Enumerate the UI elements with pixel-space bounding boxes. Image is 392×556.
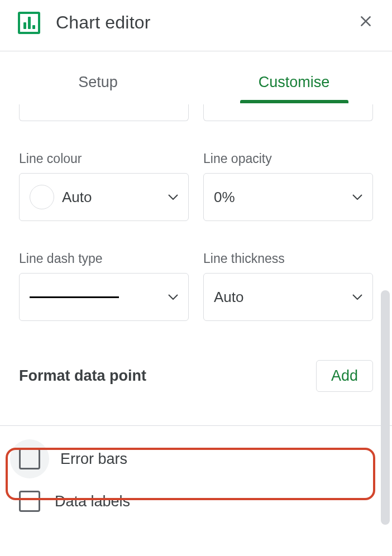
error-bars-label: Error bars <box>60 450 127 468</box>
data-labels-row[interactable]: Data labels <box>19 485 373 517</box>
panel-header: Chart editor <box>0 0 392 51</box>
line-dash-type-select[interactable] <box>19 273 189 321</box>
error-bars-row[interactable]: Error bars <box>19 443 373 475</box>
panel-title: Chart editor <box>56 12 151 33</box>
chart-icon <box>18 12 40 34</box>
partial-previous-row <box>19 104 373 121</box>
chevron-down-icon <box>352 194 362 200</box>
format-data-point-label: Format data point <box>19 367 146 385</box>
format-data-point-row: Format data point Add <box>19 360 373 392</box>
partial-field-left[interactable] <box>19 104 189 121</box>
line-colour-label: Line colour <box>19 151 189 166</box>
partial-field-right[interactable] <box>203 104 373 121</box>
chevron-down-icon <box>352 294 362 300</box>
line-opacity-label: Line opacity <box>203 151 373 166</box>
error-bars-checkbox[interactable] <box>19 448 40 469</box>
colour-swatch-auto <box>30 185 54 209</box>
chevron-down-icon <box>168 194 178 200</box>
data-labels-label: Data labels <box>55 493 130 510</box>
line-opacity-value: 0% <box>214 189 235 206</box>
customise-panel-body: Line colour Auto Line opacity 0% Line da… <box>0 104 392 517</box>
checkbox-focus-halo <box>10 439 49 478</box>
line-opacity-select[interactable]: 0% <box>203 173 373 221</box>
line-colour-value: Auto <box>62 189 92 206</box>
tabs: Setup Customise <box>0 65 392 102</box>
line-colour-select[interactable]: Auto <box>19 173 189 221</box>
scrollbar-thumb[interactable] <box>381 290 390 525</box>
line-dash-type-field: Line dash type <box>19 251 189 321</box>
header-divider <box>0 51 392 51</box>
tab-customise[interactable]: Customise <box>196 65 392 102</box>
add-button[interactable]: Add <box>316 360 373 392</box>
line-colour-field: Line colour Auto <box>19 151 189 221</box>
chevron-down-icon <box>168 294 178 300</box>
line-thickness-label: Line thickness <box>203 251 373 266</box>
line-thickness-value: Auto <box>214 289 244 306</box>
line-thickness-field: Line thickness Auto <box>203 251 373 321</box>
line-thickness-select[interactable]: Auto <box>203 273 373 321</box>
dash-solid-preview <box>30 296 119 298</box>
close-icon <box>358 14 373 28</box>
line-dash-type-label: Line dash type <box>19 251 189 266</box>
line-opacity-field: Line opacity 0% <box>203 151 373 221</box>
close-button[interactable] <box>353 10 379 35</box>
section-divider <box>0 425 392 426</box>
data-labels-checkbox[interactable] <box>19 491 40 512</box>
tab-setup[interactable]: Setup <box>0 65 196 102</box>
